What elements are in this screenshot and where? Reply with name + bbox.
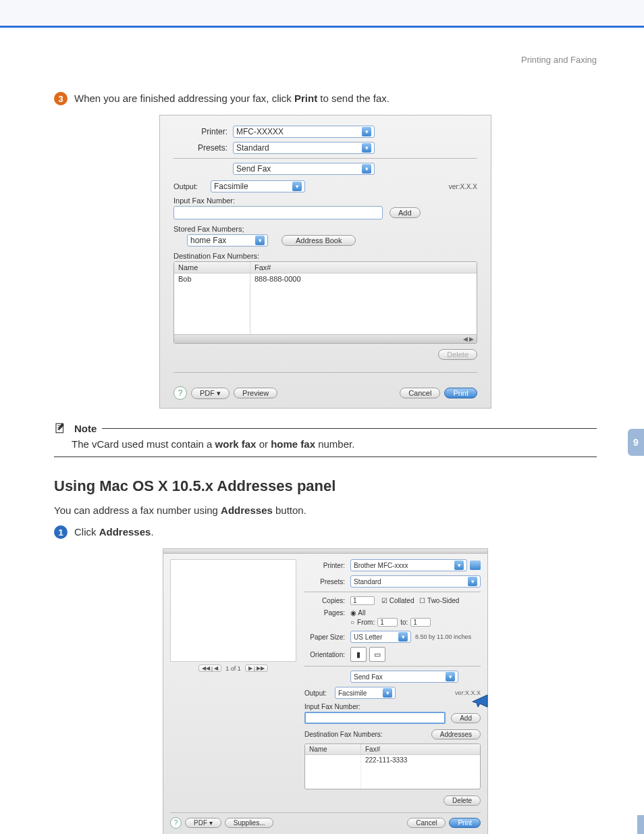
chevron-updown-icon: ▾ [454,561,464,570]
add-button[interactable]: Add [390,207,421,218]
chevron-updown-icon: ▾ [398,632,408,642]
chevron-updown-icon: ▾ [292,182,302,191]
cancel-button[interactable]: Cancel [400,388,440,398]
destination-table-2: Name Fax# 222-111-3333 [304,744,481,789]
printer-label: Printer: [173,127,227,136]
heading-addresses-panel: Using Mac OS X 10.5.x Addresses panel [54,477,597,495]
orientation-portrait-icon[interactable]: ▮ [350,647,367,662]
delete-button[interactable]: Delete [438,349,477,360]
top-color-bar [0,0,644,28]
arrow-callout-icon [468,692,489,708]
nav-first-icon[interactable]: ◀◀ | ◀ [198,664,222,672]
col-name-2: Name [305,744,361,754]
table-row-2[interactable]: 222-111-3333 [305,755,480,789]
nav-last-icon[interactable]: ▶ | ▶▶ [245,664,269,672]
panel-select[interactable]: Send Fax▾ [233,163,375,175]
addresses-button[interactable]: Addresses [431,729,481,739]
printer-label-2: Printer: [304,562,345,569]
presets-label: Presets: [173,143,227,153]
paper-select[interactable]: US Letter▾ [350,631,411,643]
chevron-updown-icon: ▾ [383,688,392,698]
chevron-updown-icon: ▾ [255,236,265,245]
chevron-updown-icon: ▾ [468,577,477,586]
scroll-bar[interactable]: ◀▶ [174,334,477,343]
input-fax-label-2: Input Fax Number: [304,703,481,710]
screenshot-print-dialog-large: ◀◀ | ◀ 1 of 1 ▶ | ▶▶ Printer: Brother MF… [163,548,488,834]
print-button-2[interactable]: Print [449,818,481,828]
paper-label: Paper Size: [304,633,345,641]
delete-button-2[interactable]: Delete [444,796,481,806]
table-row[interactable]: Bob 888-888-0000 [174,273,477,334]
presets-select[interactable]: Standard▾ [233,142,375,154]
output-label-2: Output: [304,689,335,697]
stored-label: Stored Fax Numbers; [173,225,477,233]
step-1-text: Click Addresses. [74,525,154,538]
screenshot-sendfax-dialog: Printer: MFC-XXXXX▾ Presets: Standard▾ S… [159,115,491,409]
chevron-updown-icon: ▾ [362,127,371,136]
corner-decor [637,815,644,834]
printer-select[interactable]: MFC-XXXXX▾ [233,126,375,138]
output-select-2[interactable]: Facsimile▾ [335,687,396,699]
pdf-button[interactable]: PDF ▾ [191,388,230,399]
help-icon[interactable]: ? [173,386,187,400]
printer-select-2[interactable]: Brother MFC-xxxx▾ [350,559,467,571]
input-fax-field[interactable] [173,206,383,219]
stored-select[interactable]: home Fax▾ [187,234,268,246]
chevron-updown-icon: ▾ [446,672,455,681]
col-fax-2: Fax# [361,744,480,754]
copies-label: Copies: [304,597,345,604]
destination-table: Name Fax# Bob 888-888-0000 ◀▶ [173,261,477,344]
orientation-label: Orientation: [304,651,345,658]
help-icon-2[interactable]: ? [170,817,182,829]
col-name: Name [174,262,250,273]
chapter-tab: 9 [628,429,644,456]
note-block: Note The vCard used must contain a work … [54,422,597,457]
nav-text: 1 of 1 [225,665,241,672]
output-label: Output: [173,182,211,190]
chevron-updown-icon: ▾ [362,143,371,153]
cell-name: Bob [174,273,250,334]
step-bullet-3: 3 [54,92,68,105]
pages-label: Pages: [304,609,345,617]
to-input[interactable]: 1 [410,618,431,627]
step-3: 3 When you are finished addressing your … [54,92,597,105]
note-body: The vCard used must contain a work fax o… [54,434,597,457]
cancel-button-2[interactable]: Cancel [407,818,446,828]
note-icon [54,422,66,434]
panel-select-2[interactable]: Send Fax▾ [350,671,458,683]
dest-label: Destination Fax Numbers: [173,252,477,260]
version-text: ver:X.X.X [449,183,477,190]
chevron-updown-icon: ▾ [362,164,371,174]
header-section: Printing and Faxing [54,55,597,65]
input-fax-field-2[interactable] [304,712,446,724]
step-bullet-1: 1 [54,525,68,539]
preview-nav: ◀◀ | ◀ 1 of 1 ▶ | ▶▶ [170,664,296,672]
printer-extra-icon[interactable] [470,561,481,570]
note-title: Note [74,423,97,434]
intro-paragraph: You can address a fax number using Addre… [54,504,597,516]
presets-label-2: Presets: [304,578,345,585]
preview-button[interactable]: Preview [234,388,277,398]
input-fax-label: Input Fax Number: [173,197,477,205]
dest-label-2: Destination Fax Numbers: [304,731,383,738]
preview-pane [170,559,296,662]
pdf-button-2[interactable]: PDF ▾ [185,818,221,828]
add-button-2[interactable]: Add [451,713,481,723]
from-input[interactable]: 1 [377,618,398,627]
address-book-button[interactable]: Address Book [281,235,356,246]
orientation-landscape-icon[interactable]: ▭ [369,647,385,662]
supplies-button[interactable]: Supplies... [225,818,274,828]
copies-input[interactable]: 1 [350,596,375,605]
cell-fax: 888-888-0000 [250,273,305,334]
print-button[interactable]: Print [444,388,477,398]
col-fax: Fax# [250,262,477,273]
cell-fax-2: 222-111-3333 [361,755,411,789]
output-select[interactable]: Facsimile▾ [211,180,305,192]
step-3-text: When you are finished addressing your fa… [74,92,390,104]
presets-select-2[interactable]: Standard▾ [350,575,481,588]
paper-dim: 8.50 by 11.00 inches [415,633,471,640]
step-1: 1 Click Addresses. [54,525,597,539]
